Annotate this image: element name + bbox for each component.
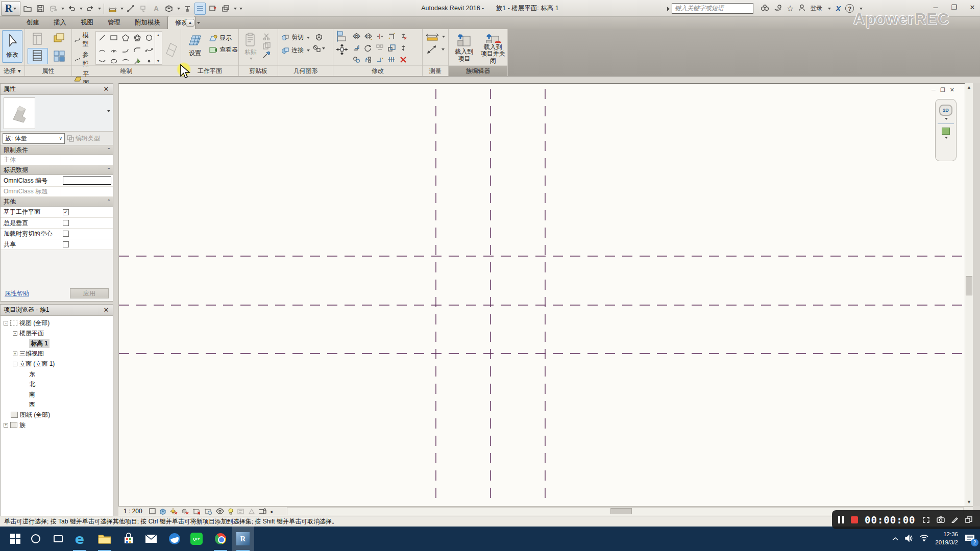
panel-family-editor-label[interactable]: 族编辑器 <box>449 65 507 76</box>
draw-model-line-button[interactable]: 模型 <box>74 31 93 48</box>
expander-icon[interactable]: + <box>13 352 17 356</box>
measure-button[interactable] <box>107 3 118 15</box>
tree-item-sheets[interactable]: 图纸 (全部) <box>1 410 113 420</box>
help-dropdown-icon[interactable] <box>860 8 863 10</box>
tab-view[interactable]: 视图 <box>74 16 101 29</box>
tree-item-3dviews[interactable]: +三维视图 <box>1 348 113 359</box>
panel-clipboard-label[interactable]: 剪贴板 <box>239 65 278 76</box>
panel-properties-label[interactable]: 属性 <box>25 65 71 76</box>
draw-spline-icon[interactable] <box>143 44 155 55</box>
taskbar-revit[interactable]: R <box>232 527 254 551</box>
tab-create[interactable]: 创建 <box>19 16 46 29</box>
group-constraints[interactable]: 限制条件ˆ <box>1 145 113 155</box>
family-category-icon[interactable] <box>49 31 69 47</box>
infocenter-search-input[interactable]: 键入关键字或短语 <box>672 3 753 14</box>
taskbar-clock[interactable]: 12:36 2019/3/2 <box>935 531 958 546</box>
match-type-properties-icon[interactable] <box>262 51 271 59</box>
array-icon[interactable] <box>362 54 374 65</box>
family-types-icon[interactable] <box>28 48 48 64</box>
text-button[interactable]: A <box>151 3 162 15</box>
scale-icon[interactable] <box>386 42 397 54</box>
expander-icon[interactable]: - <box>4 321 8 325</box>
expander-icon[interactable]: + <box>4 423 8 428</box>
omniclass-number-input[interactable] <box>63 177 111 185</box>
reveal-hidden-elements-icon[interactable] <box>228 508 234 515</box>
paste-button[interactable]: 粘贴 <box>242 31 259 65</box>
draw-arc-center-ends-icon[interactable] <box>108 44 119 55</box>
project-browser-header[interactable]: 项目浏览器 - 族1 ✕ <box>1 305 113 316</box>
tab-insert[interactable]: 插入 <box>46 16 74 29</box>
shadows-icon[interactable] <box>181 508 189 515</box>
signin-dropdown-icon[interactable] <box>828 8 831 10</box>
tree-item-elevations[interactable]: -立面 (立面 1) <box>1 359 113 369</box>
measure-dropdown2-icon[interactable] <box>442 36 445 38</box>
load-into-project-close-button[interactable]: 载入到项目并关闭 <box>479 30 507 65</box>
draw-arc-tangent-icon[interactable] <box>120 44 131 55</box>
visual-style-icon[interactable] <box>159 508 166 515</box>
search-icon[interactable] <box>761 4 769 13</box>
panel-geometry-label[interactable]: 几何图形 <box>278 65 333 76</box>
draw-line-icon[interactable] <box>96 32 108 43</box>
modify-select-button[interactable]: 修改 <box>2 30 22 63</box>
tag-by-category-button[interactable] <box>138 3 149 15</box>
task-view-button[interactable] <box>47 527 69 551</box>
draw-circle-icon[interactable] <box>143 32 155 43</box>
crop-view-icon[interactable] <box>192 508 201 515</box>
host-value[interactable] <box>61 155 113 165</box>
dock-divider[interactable] <box>113 83 118 516</box>
expander-icon[interactable]: - <box>13 331 17 336</box>
family-parameters-icon[interactable] <box>49 48 69 64</box>
draw-polygon-circumscribed-icon[interactable] <box>132 32 143 43</box>
trim-single-icon[interactable] <box>374 54 385 65</box>
measure-between-refs-button[interactable] <box>426 32 445 41</box>
horizontal-scroll-thumb[interactable] <box>610 508 632 514</box>
wheel-dropdown-icon[interactable] <box>945 118 948 120</box>
redo-dropdown-icon[interactable] <box>98 8 101 10</box>
favorites-star-icon[interactable]: ☆ <box>787 4 794 13</box>
undo-dropdown-icon[interactable] <box>80 8 83 10</box>
load-into-project-button[interactable]: 载入到项目 <box>452 30 477 65</box>
scroll-down-icon[interactable]: ▼ <box>965 499 973 505</box>
split-element-icon[interactable] <box>374 31 385 42</box>
reveal-constraints-icon[interactable] <box>259 508 266 515</box>
screenshot-camera-icon[interactable] <box>937 516 945 523</box>
omniclass-title-value[interactable] <box>61 187 113 196</box>
type-selector-dropdown[interactable]: 族: 体量 ∨ <box>3 133 65 144</box>
workplane-viewer-button[interactable]: 查看器 <box>209 45 238 54</box>
properties-header[interactable]: 属性 ✕ <box>1 84 113 95</box>
start-button[interactable] <box>4 527 27 551</box>
properties-palette-icon[interactable] <box>28 31 48 47</box>
tree-item-views[interactable]: -视图 (全部) <box>1 318 113 328</box>
stop-icon[interactable] <box>851 516 858 523</box>
apply-button[interactable]: 应用 <box>70 288 109 298</box>
unpin-icon[interactable] <box>398 31 409 42</box>
tree-item-west[interactable]: 西 <box>1 399 113 410</box>
delete-icon[interactable] <box>398 54 409 65</box>
thin-lines-toggle[interactable] <box>194 3 206 15</box>
help-icon[interactable]: ? <box>845 4 854 13</box>
scroll-up-icon[interactable]: ▲ <box>157 33 160 37</box>
action-center-button[interactable]: 2 <box>965 534 975 544</box>
taskbar-qq-browser[interactable] <box>163 527 186 551</box>
ribbon-minimize-dropdown-icon[interactable] <box>197 22 200 24</box>
exchange-apps-icon[interactable]: X <box>836 4 841 13</box>
panel-workplane-label[interactable]: 工作平面 <box>181 65 238 76</box>
close-hidden-windows-button[interactable] <box>207 3 218 15</box>
taskbar-iqiyi[interactable]: QIY <box>185 527 208 551</box>
cut-geometry-dropdown-icon[interactable] <box>307 37 310 39</box>
tree-item-north[interactable]: 北 <box>1 379 113 389</box>
draw-arc-start-end-icon[interactable] <box>96 44 108 55</box>
signin-user-icon[interactable] <box>798 4 805 13</box>
3d-view-dropdown-icon[interactable] <box>177 8 180 10</box>
toolbar-windows-icon[interactable] <box>965 516 972 523</box>
unjoin-geometry-icon[interactable] <box>313 45 325 52</box>
view-close-icon[interactable]: ✕ <box>950 87 954 93</box>
workplane-based-checkbox[interactable]: ✓ <box>63 209 69 215</box>
draw-polygon-inscribed-icon[interactable] <box>120 32 131 43</box>
sync-dropdown-icon[interactable] <box>61 8 64 10</box>
view-minimize-icon[interactable]: ─ <box>932 87 936 93</box>
collapse-chevron-icon[interactable]: ˆ <box>108 167 110 173</box>
temporary-view-properties-icon[interactable] <box>237 508 244 515</box>
aligned-dimension2-button[interactable] <box>426 44 445 55</box>
cortana-button[interactable] <box>24 527 47 551</box>
